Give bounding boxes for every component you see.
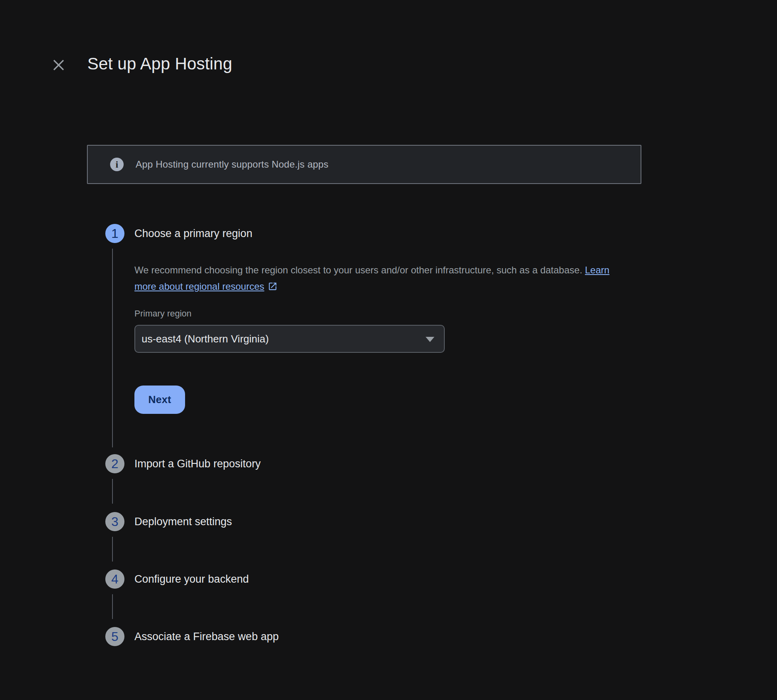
description-text: We recommend choosing the region closest… xyxy=(134,265,582,275)
chevron-down-icon xyxy=(426,337,434,342)
step-1-number: 1 xyxy=(111,226,118,241)
step-1-description: We recommend choosing the region closest… xyxy=(134,262,615,296)
step-4-number: 4 xyxy=(111,572,118,587)
step-4-indicator: 4 xyxy=(105,569,124,589)
info-banner-message: App Hosting currently supports Node.js a… xyxy=(136,159,329,170)
step-connector xyxy=(112,594,113,619)
step-1-indicator: 1 xyxy=(105,224,124,243)
primary-region-value: us-east4 (Northern Virginia) xyxy=(142,333,269,345)
step-2-number: 2 xyxy=(111,457,118,471)
step-5-title: Associate a Firebase web app xyxy=(134,631,279,643)
close-button[interactable] xyxy=(49,55,69,75)
step-connector xyxy=(112,479,113,504)
step-connector xyxy=(112,537,113,562)
info-banner: i App Hosting currently supports Node.js… xyxy=(87,145,641,184)
page-title: Set up App Hosting xyxy=(87,54,232,73)
step-5-indicator: 5 xyxy=(105,627,124,646)
step-2-indicator: 2 xyxy=(105,454,124,473)
external-link-icon xyxy=(268,280,278,296)
step-1-title: Choose a primary region xyxy=(134,227,252,240)
info-icon: i xyxy=(110,158,124,171)
primary-region-label: Primary region xyxy=(134,308,191,319)
close-icon xyxy=(51,57,66,73)
step-4-title: Configure your backend xyxy=(134,573,249,585)
step-3-indicator: 3 xyxy=(105,512,124,531)
next-button[interactable]: Next xyxy=(134,386,185,414)
step-5-number: 5 xyxy=(111,629,118,644)
primary-region-select[interactable]: us-east4 (Northern Virginia) xyxy=(134,325,445,353)
app-hosting-setup-dialog: Set up App Hosting i App Hosting current… xyxy=(0,0,777,700)
step-3-title: Deployment settings xyxy=(134,516,232,528)
step-3-number: 3 xyxy=(111,514,118,529)
step-connector xyxy=(112,249,113,447)
step-2-title: Import a GitHub repository xyxy=(134,458,261,470)
